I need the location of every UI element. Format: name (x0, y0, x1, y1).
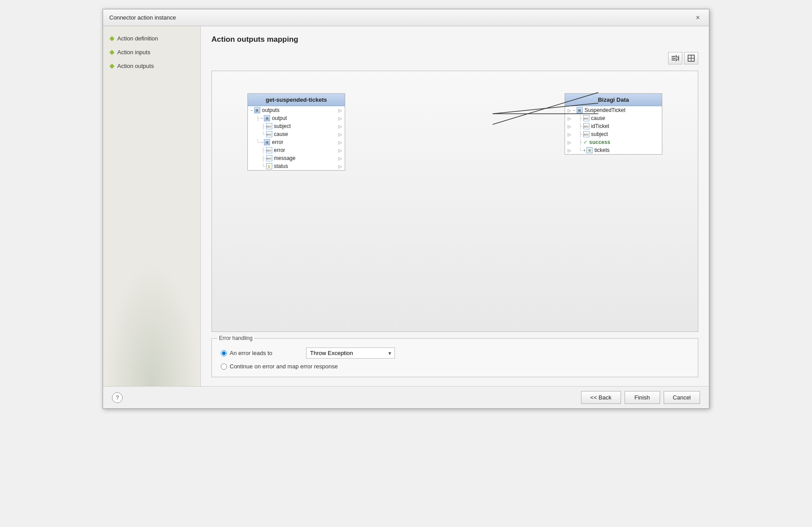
dashed-connector: ├ (578, 123, 582, 129)
tree-row-message[interactable]: ├ abc message ▷ (248, 154, 345, 162)
abc-icon: abc (266, 123, 272, 129)
svg-rect-7 (691, 55, 694, 58)
label-bizagi-idticket: idTicket (591, 123, 609, 129)
arrow-right-icon: ▷ (338, 156, 342, 161)
expand-icon[interactable]: + (583, 148, 586, 153)
dashed-connector: ├ (578, 115, 582, 121)
footer: ? << Back Finish Cancel (103, 386, 709, 408)
tree-row-error-parent[interactable]: └ − ⊞ error ▷ (248, 138, 345, 146)
radio-label-continue-on-error[interactable]: Continue on error and map error response (221, 363, 338, 370)
radio-error-leads-to[interactable] (221, 350, 227, 356)
abc-icon: abc (583, 115, 589, 121)
title-bar: Connector action instance × (103, 9, 709, 26)
dashed-connector: └ (256, 139, 260, 145)
arrow-right-icon: ▷ (338, 140, 342, 145)
close-button[interactable]: × (693, 13, 703, 23)
throw-exception-dropdown[interactable]: Throw Exception Continue Retry (306, 347, 395, 359)
arrow-left-icon: ▷ (568, 148, 571, 153)
sidebar-label-action-definition: Action definition (117, 35, 158, 42)
tree-row-suspended-ticket[interactable]: ▷ − ⊞ SuspendedTicket (565, 106, 662, 114)
dashed-connector: └ (261, 163, 265, 169)
tree-row-bizagi-cause[interactable]: ▷ ├ abc cause (565, 114, 662, 122)
label-outputs: outputs (262, 107, 279, 113)
tree-row-bizagi-success[interactable]: ▷ ├ ✓ success (565, 138, 662, 146)
view-button[interactable] (684, 52, 698, 64)
arrow-right-icon: ▷ (338, 108, 342, 113)
main-content: Action definition Action inputs Action o… (103, 26, 709, 386)
arrow-right-icon: ▷ (338, 124, 342, 129)
abc-icon: abc (583, 123, 589, 129)
arrow-right-icon: ▷ (338, 132, 342, 137)
dashed-connector: ├ (261, 147, 265, 153)
abc-icon: abc (266, 147, 272, 153)
abc-icon: abc (583, 131, 589, 137)
arrow-left-icon: ▷ (568, 132, 571, 137)
error-handling-legend: Error handling (217, 335, 254, 341)
label-bizagi-cause: cause (591, 115, 605, 121)
left-mapping-table: get-suspended-tickets − ⊞ outputs ▷ ├ (247, 93, 345, 171)
sidebar-item-action-definition[interactable]: Action definition (110, 35, 193, 42)
abc-icon: abc (266, 155, 272, 161)
page-title: Action outputs mapping (211, 35, 698, 44)
dropdown-wrapper: Throw Exception Continue Retry ▼ (306, 347, 395, 359)
tree-row-cause[interactable]: └ abc cause ▷ (248, 130, 345, 138)
sidebar-label-action-outputs: Action outputs (117, 63, 154, 69)
num-icon: 1 (266, 163, 272, 169)
box-icon: ⊞ (264, 139, 270, 145)
footer-buttons: << Back Finish Cancel (581, 391, 700, 404)
tree-row-bizagi-idticket[interactable]: ▷ ├ abc idTicket (565, 122, 662, 130)
dashed-connector: └ (261, 131, 265, 137)
expand-icon[interactable]: − (261, 116, 263, 121)
dialog-title: Connector action instance (109, 14, 176, 21)
expand-icon[interactable]: − (573, 108, 576, 113)
tree-row-bizagi-tickets[interactable]: ▷ └ + ⊕ tickets (565, 146, 662, 154)
label-message: message (274, 155, 296, 161)
label-suspended-ticket: SuspendedTicket (585, 107, 625, 113)
cancel-button[interactable]: Cancel (664, 391, 700, 404)
error-row-2: Continue on error and map error response (221, 363, 689, 370)
svg-rect-9 (691, 58, 694, 61)
auto-map-icon (671, 54, 679, 62)
error-row-1: An error leads to Throw Exception Contin… (221, 347, 689, 359)
svg-rect-6 (688, 55, 691, 58)
connector-action-dialog: Connector action instance × Action defin… (103, 9, 709, 409)
check-icon: ✓ (583, 139, 588, 145)
label-error-child: error (274, 147, 285, 153)
radio-continue-on-error[interactable] (221, 363, 227, 370)
error-handling-section: Error handling An error leads to Throw E… (211, 338, 698, 377)
label-subject: subject (274, 123, 291, 129)
diamond-icon (109, 50, 114, 55)
radio-label-error-leads-to[interactable]: An error leads to (221, 350, 301, 356)
expand-icon[interactable]: − (251, 108, 253, 113)
tree-row-subject[interactable]: ├ abc subject ▷ (248, 122, 345, 130)
back-button[interactable]: << Back (581, 391, 621, 404)
abc-icon: abc (266, 131, 272, 137)
tree-row-error-child[interactable]: ├ abc error ▷ (248, 146, 345, 154)
label-bizagi-tickets: tickets (594, 147, 609, 153)
tree-row-outputs[interactable]: − ⊞ outputs ▷ (248, 106, 345, 114)
tree-row-bizagi-subject[interactable]: ▷ ├ abc subject (565, 130, 662, 138)
right-mapping-table: Bizagi Data ▷ − ⊞ SuspendedTicket ▷ (565, 93, 662, 155)
content-area: Action outputs mapping (201, 26, 709, 386)
tree-row-output[interactable]: ├ − ⊞ output ▷ (248, 114, 345, 122)
label-status: status (274, 163, 288, 169)
circle-key-icon: ⊕ (586, 147, 593, 153)
arrow-left-icon: ▷ (568, 140, 571, 145)
expand-icon[interactable]: − (261, 140, 263, 145)
label-cause: cause (274, 131, 288, 137)
finish-button[interactable]: Finish (625, 391, 660, 404)
sidebar-item-action-inputs[interactable]: Action inputs (110, 49, 193, 56)
radio-text-error-leads-to: An error leads to (230, 350, 272, 356)
label-bizagi-success: success (589, 139, 610, 145)
dashed-connector: ├ (261, 123, 265, 129)
sidebar-item-action-outputs[interactable]: Action outputs (110, 63, 193, 69)
auto-map-button[interactable] (668, 52, 682, 64)
help-button[interactable]: ? (112, 392, 123, 403)
arrow-right-icon: ▷ (338, 116, 342, 121)
tree-row-status[interactable]: └ 1 status ▷ (248, 162, 345, 170)
error-options: An error leads to Throw Exception Contin… (221, 344, 689, 370)
right-table-header: Bizagi Data (565, 94, 662, 106)
dashed-connector: └ (578, 147, 582, 153)
box-icon: ⊞ (577, 107, 583, 113)
diamond-icon (109, 36, 114, 41)
